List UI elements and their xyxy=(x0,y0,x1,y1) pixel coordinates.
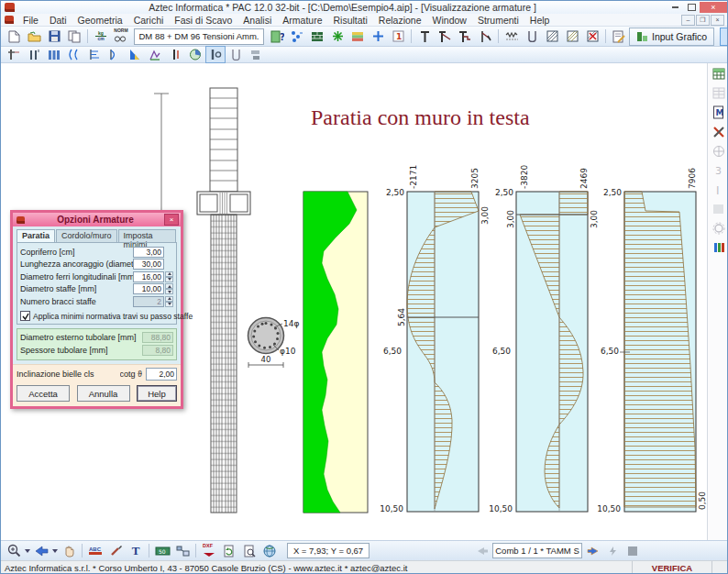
annulla-button[interactable]: Annulla xyxy=(77,385,130,402)
ruler-icon[interactable]: 50 xyxy=(152,542,172,559)
tab-paratia[interactable]: Paratia xyxy=(17,229,55,242)
bricks-icon[interactable] xyxy=(307,28,327,45)
font-color-icon[interactable]: ABC xyxy=(85,542,105,559)
mdi-document-icon[interactable] xyxy=(5,16,14,24)
zoom-dropdown-caret[interactable] xyxy=(25,549,30,553)
hatch-area-alt-icon[interactable] xyxy=(562,28,582,45)
inclinazione-field[interactable]: 2,00 xyxy=(146,368,177,381)
compass-icon[interactable] xyxy=(710,143,727,159)
pan-hand-icon[interactable] xyxy=(59,542,79,559)
menu-geometria[interactable]: Geometria xyxy=(72,15,128,26)
tab-cordolo-muro[interactable]: Cordolo/muro xyxy=(56,229,117,242)
table-icon[interactable] xyxy=(710,66,727,82)
scale-icon[interactable] xyxy=(172,542,193,559)
menu-dati[interactable]: Dati xyxy=(44,15,72,26)
notes-icon[interactable] xyxy=(609,28,629,45)
numbering-icon[interactable]: 1 xyxy=(388,28,408,45)
menu-armature[interactable]: Armature xyxy=(277,15,327,26)
section-view-icon[interactable] xyxy=(246,46,266,63)
wall-double-icon[interactable] xyxy=(24,46,44,63)
springs-icon[interactable] xyxy=(502,28,522,45)
tools-icon[interactable] xyxy=(710,124,727,139)
menu-file[interactable]: File xyxy=(17,15,44,26)
dialog-title-bar[interactable]: Opzioni Armature × xyxy=(13,213,181,226)
units-kgcm-icon[interactable]: kgcm xyxy=(91,28,111,45)
globe-icon[interactable] xyxy=(259,542,280,559)
triangle-diagram-icon[interactable] xyxy=(125,46,145,63)
menu-carichi[interactable]: Carichi xyxy=(128,15,170,26)
blank-section-icon[interactable] xyxy=(710,201,727,216)
back-dropdown-caret[interactable] xyxy=(52,549,58,553)
menu-relazione[interactable]: Relazione xyxy=(373,15,427,26)
help-button[interactable]: Help xyxy=(137,385,177,402)
normative-combo[interactable]: DM 88 + DM 96 Tensioni Amm. xyxy=(134,28,264,45)
circle-diagram-icon[interactable] xyxy=(185,46,205,63)
diametro-staffe-field[interactable]: 10,00 xyxy=(133,283,164,294)
next-combination-arrow[interactable] xyxy=(582,542,602,559)
text-tool-icon[interactable]: T xyxy=(126,542,146,559)
diametro-ferri-field[interactable]: 16,00 xyxy=(133,271,164,282)
copriferro-field[interactable]: 3,00 xyxy=(133,247,164,258)
dialog-close-button[interactable]: × xyxy=(164,214,179,226)
menu-window[interactable]: Window xyxy=(427,15,472,26)
stirrup-view-icon[interactable] xyxy=(226,46,246,63)
brush-icon[interactable] xyxy=(105,542,126,559)
normative-icon[interactable]: NORM xyxy=(111,28,131,45)
moment-curve-icon[interactable] xyxy=(64,46,84,63)
menu-risultati[interactable]: Risultati xyxy=(327,15,372,26)
menu-analisi[interactable]: Analisi xyxy=(237,15,277,26)
stirrup-icon[interactable] xyxy=(522,28,542,45)
dxf-export-icon[interactable]: DXF xyxy=(199,542,219,559)
mini-diagram-icon[interactable] xyxy=(145,46,165,63)
page-refresh-icon[interactable] xyxy=(219,542,239,559)
pressure-diagram-icon[interactable] xyxy=(84,46,105,63)
zoom-icon[interactable] xyxy=(4,542,24,559)
displacement-diagram-icon[interactable] xyxy=(105,46,125,63)
axes-cross-icon[interactable] xyxy=(368,28,388,45)
save-icon[interactable] xyxy=(44,28,64,45)
hatch-delete-icon[interactable] xyxy=(582,28,602,45)
menu-fasi-di-scavo[interactable]: Fasi di Scavo xyxy=(169,15,237,26)
mdi-restore-button[interactable]: ❐ xyxy=(696,15,710,26)
menu-help[interactable]: Help xyxy=(524,15,556,26)
table-alt-icon[interactable] xyxy=(710,85,727,101)
close-button[interactable]: × xyxy=(700,2,727,13)
wall-draw-icon[interactable] xyxy=(4,46,24,63)
diametro-ferri-spinner[interactable] xyxy=(165,271,173,282)
accetta-button[interactable]: Accetta xyxy=(17,385,70,402)
bracci-staffe-spinner[interactable] xyxy=(165,296,173,307)
prev-combination-arrow[interactable] xyxy=(472,542,492,559)
back-arrow-icon[interactable] xyxy=(31,542,51,559)
pile-bench-icon[interactable] xyxy=(455,28,475,45)
report-icon[interactable]: M xyxy=(710,105,727,120)
page-preview-icon[interactable] xyxy=(239,542,259,559)
minimize-button[interactable] xyxy=(667,2,683,13)
maximize-button[interactable] xyxy=(683,2,700,13)
input-grafico-button[interactable]: Input Grafico xyxy=(629,28,714,46)
vegetation-icon[interactable] xyxy=(327,28,347,45)
legend-bars-icon[interactable] xyxy=(710,239,727,255)
stop-icon[interactable] xyxy=(623,542,643,559)
columns-icon[interactable] xyxy=(44,46,64,63)
mdi-close-button[interactable]: × xyxy=(711,15,724,26)
armature-view-icon[interactable] xyxy=(205,46,226,63)
pile-forces-icon[interactable] xyxy=(165,46,185,63)
diametro-staffe-spinner[interactable] xyxy=(165,283,173,294)
gear-icon[interactable] xyxy=(710,220,727,236)
node-points-icon[interactable] xyxy=(287,28,307,45)
ancoraggio-field[interactable]: 30,00 xyxy=(133,259,164,270)
hatch-area-icon[interactable] xyxy=(542,28,562,45)
grafica-button[interactable]: Grafica xyxy=(720,28,728,46)
copy-icon[interactable] xyxy=(64,28,84,45)
strata-icon[interactable] xyxy=(347,28,368,45)
profile-3d-icon[interactable]: 3 xyxy=(710,162,727,178)
ibeam-icon[interactable]: I xyxy=(710,182,727,197)
soil-profile-icon[interactable]: ? xyxy=(267,28,287,45)
anchor-incline-icon[interactable] xyxy=(475,28,495,45)
open-file-icon[interactable] xyxy=(24,28,44,45)
mdi-minimize-button[interactable]: – xyxy=(681,15,695,26)
tab-imposta-minimi[interactable]: Imposta minimi xyxy=(118,229,176,242)
flash-icon[interactable] xyxy=(602,542,623,559)
menu-strumenti[interactable]: Strumenti xyxy=(472,15,524,26)
pile-icon[interactable] xyxy=(414,28,435,45)
